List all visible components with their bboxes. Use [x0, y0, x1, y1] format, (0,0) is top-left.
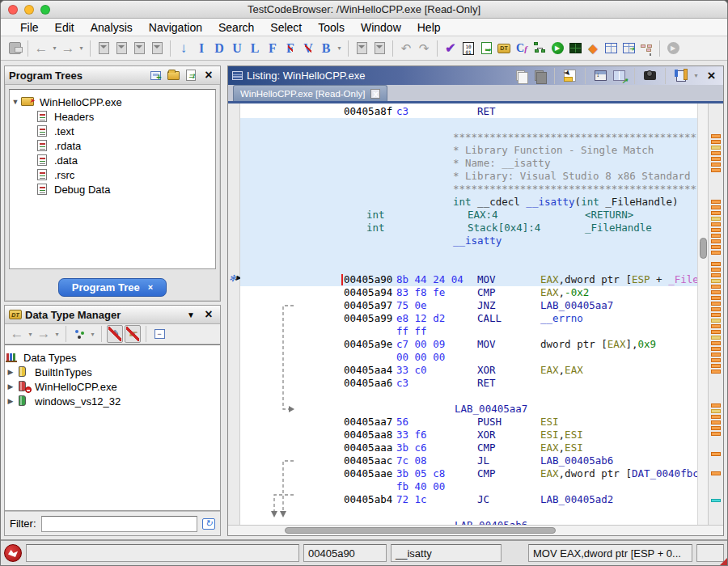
listing-line[interactable]: 00405aaa3b c6CMPEAX,ESI	[240, 441, 697, 454]
analysis-marker[interactable]	[711, 319, 721, 323]
analysis-marker[interactable]	[711, 151, 721, 155]
table-view-icon[interactable]	[603, 40, 619, 57]
listing-header[interactable]: Listing: WinHelloCPP.exe ▾ ×	[228, 66, 723, 85]
save-icon[interactable]	[6, 40, 23, 57]
cursor-style-icon[interactable]	[562, 68, 578, 83]
clear-V-button[interactable]: V	[300, 40, 316, 57]
data-type-dropdown-icon[interactable]: ▾	[336, 40, 343, 57]
marker-bar[interactable]	[708, 103, 723, 525]
menu-tools[interactable]: Tools	[310, 19, 353, 36]
collapse-window-icon[interactable]: −	[151, 325, 167, 343]
listing-vertical-scrollbar[interactable]	[697, 103, 708, 525]
new-tree-icon[interactable]	[148, 69, 163, 82]
listing-line[interactable]: 00405aac7c 08JLLAB_00405ab6	[240, 454, 697, 467]
paste-special-3-icon[interactable]	[131, 40, 147, 57]
listing-line[interactable]: ****************************************…	[240, 131, 697, 144]
symbol-tree-icon[interactable]	[638, 40, 654, 57]
data-type-folder-icon[interactable]: DT	[496, 40, 512, 57]
listing-line[interactable]: 00405aae3b 05 c8CMPEAX,dword ptr [DAT_00…	[240, 467, 697, 480]
listing-tab[interactable]: WinHelloCPP.exe [Read-Only] x	[233, 85, 387, 101]
analysis-marker[interactable]	[711, 370, 721, 374]
data-type-D-button[interactable]: D	[211, 40, 227, 57]
clear-code-icon[interactable]	[353, 40, 370, 57]
listing-horizontal-scrollbar[interactable]	[228, 525, 723, 535]
display-options-icon[interactable]	[673, 68, 688, 83]
analysis-marker[interactable]	[711, 146, 721, 150]
redo-icon[interactable]: ↷	[416, 40, 432, 57]
display-options-dropdown-icon[interactable]: ▾	[692, 67, 700, 85]
menu-file[interactable]: File	[12, 19, 47, 36]
export-icon[interactable]	[478, 40, 494, 57]
menu-search[interactable]: Search	[210, 19, 262, 36]
data-types-tree[interactable]: Data Types▶BuiltInTypes▶WinHelloCPP.exe▶…	[5, 344, 220, 511]
listing-line[interactable]: intStack[0x4]:4_FileHandle	[240, 222, 697, 234]
listing-line[interactable]: fb 40 00	[240, 480, 697, 493]
listing-line[interactable]: 00405a8fc3RET	[240, 105, 697, 118]
analysis-marker[interactable]	[711, 273, 721, 277]
analysis-marker[interactable]	[711, 134, 721, 138]
listing-line[interactable]: 00405a9483 f8 feCMPEAX,-0x2	[240, 286, 697, 299]
horizontal-scrollbar-thumb[interactable]	[285, 527, 556, 534]
analysis-marker[interactable]	[711, 415, 721, 419]
analysis-marker[interactable]	[711, 324, 721, 328]
diff-view-icon[interactable]	[612, 68, 627, 83]
disassemble-icon[interactable]: ↓	[176, 40, 192, 57]
program-trees-header[interactable]: Program Trees ×	[5, 66, 220, 85]
dtm-row[interactable]: ▶windows_vs12_32	[5, 394, 220, 408]
paste-special-4-icon[interactable]	[149, 40, 165, 57]
collapse-triangle-icon[interactable]: ▼	[10, 98, 21, 106]
menu-edit[interactable]: Edit	[47, 19, 83, 36]
listing-line[interactable]: * Library: Visual Studio 8 x86 Standard	[240, 170, 697, 183]
back-dropdown-icon[interactable]: ▾	[51, 40, 58, 57]
vertical-scrollbar-thumb[interactable]	[700, 238, 707, 259]
program-tree[interactable]: ▼WinHelloCPP.exeHeaders.text.rdata.data.…	[9, 89, 216, 269]
analysis-marker[interactable]	[711, 140, 721, 144]
menu-select[interactable]: Select	[262, 19, 310, 36]
edit-fields-icon[interactable]	[593, 68, 608, 83]
menu-navigation[interactable]: Navigation	[141, 19, 210, 36]
dtm-root-row[interactable]: Data Types	[5, 350, 220, 365]
call-tree-icon[interactable]	[531, 40, 548, 57]
analysis-marker[interactable]	[711, 200, 721, 204]
analysis-marker[interactable]	[711, 336, 721, 340]
listing-line[interactable]: 00 00 00	[240, 351, 697, 364]
c-function-icon[interactable]: Cf	[514, 40, 530, 57]
analysis-marker[interactable]	[711, 432, 721, 436]
analysis-marker[interactable]	[711, 262, 721, 266]
expand-triangle-icon[interactable]: ▶	[5, 382, 16, 391]
analysis-marker[interactable]	[711, 426, 721, 430]
analysis-marker[interactable]	[711, 290, 721, 294]
listing-line[interactable]: * Library Function - Single Match	[240, 144, 697, 157]
analysis-marker[interactable]	[711, 245, 721, 249]
open-folder-icon[interactable]	[166, 69, 180, 82]
analysis-marker[interactable]	[711, 358, 721, 362]
analysis-marker[interactable]	[711, 341, 721, 345]
menu-help[interactable]: Help	[409, 19, 449, 36]
tree-row[interactable]: .text	[10, 124, 215, 138]
analysis-marker[interactable]	[711, 228, 721, 232]
program-tree-tab-close-icon[interactable]: ×	[148, 282, 153, 292]
listing-line[interactable]: 00405a9ec7 00 09MOVdword ptr [EAX],0x9	[240, 338, 697, 351]
analysis-marker[interactable]	[711, 285, 721, 289]
data-type-F-button[interactable]: F	[265, 40, 281, 57]
disable-edit-icon[interactable]: ✎	[107, 325, 123, 343]
snapshot-icon[interactable]	[642, 68, 658, 83]
dtm-close-icon[interactable]: ×	[201, 308, 216, 322]
listing-line[interactable]: 00405ab472 1cJCLAB_00405ad2	[240, 493, 697, 506]
analysis-marker[interactable]	[711, 279, 721, 283]
analysis-marker[interactable]	[711, 239, 721, 243]
analysis-marker[interactable]	[711, 420, 721, 424]
listing-close-icon[interactable]: ×	[704, 68, 719, 83]
dtm-back-dropdown-icon[interactable]: ▾	[27, 325, 34, 343]
memory-map-icon[interactable]	[567, 40, 583, 57]
analysis-marker[interactable]	[711, 163, 721, 167]
analysis-marker[interactable]	[711, 353, 721, 357]
analysis-marker[interactable]	[711, 409, 721, 413]
analysis-marker[interactable]	[711, 307, 721, 311]
analysis-marker[interactable]	[711, 211, 721, 215]
listing-line[interactable]: LAB_00405aa7	[240, 403, 697, 416]
listing-line[interactable]	[240, 390, 697, 403]
analysis-marker[interactable]	[711, 268, 721, 272]
listing-line[interactable]: 00405a908b 44 24 04MOVEAX,dword ptr [ESP…	[240, 273, 697, 286]
dtm-forward-dropdown-icon[interactable]: ▾	[53, 325, 61, 343]
